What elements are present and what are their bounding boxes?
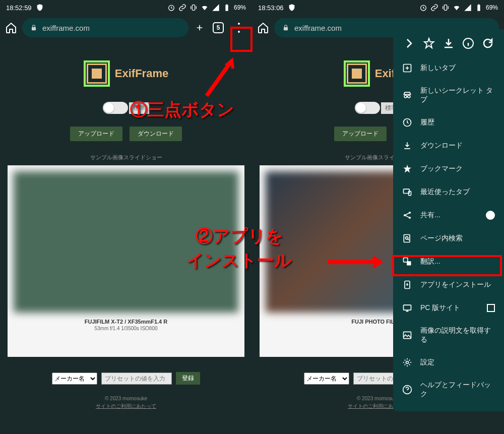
battery-icon bbox=[223, 4, 231, 12]
app-logo-icon bbox=[87, 64, 107, 84]
svg-rect-23 bbox=[407, 261, 411, 265]
slideshow-label: サンプル画像スライドショー bbox=[90, 154, 162, 161]
help-icon bbox=[402, 385, 412, 395]
search-page-icon bbox=[402, 233, 412, 243]
maker-select[interactable]: メーカー名 bbox=[304, 373, 349, 385]
three-dot-menu-button[interactable] bbox=[233, 22, 245, 34]
sample-photo-image bbox=[14, 171, 238, 313]
plus-box-icon bbox=[402, 63, 412, 73]
url-text: exifframe.com bbox=[294, 24, 342, 32]
maker-select[interactable]: メーカー名 bbox=[52, 373, 97, 385]
menu-downloads[interactable]: ダウンロード bbox=[393, 134, 504, 157]
sample-photo-frame: FUJIFILM X-T2 / XF35mmF1.4 R 53mm f/1.4 … bbox=[8, 165, 244, 357]
left-screenshot: 18:52:59 69% exifframe.com 5 bbox=[0, 0, 252, 434]
browser-menu-panel: 新しいタブ 新しいシークレット タブ 履歴 ダウンロード ブックマーク 最近使っ… bbox=[393, 29, 504, 411]
wifi-icon bbox=[201, 4, 209, 12]
menu-bookmarks[interactable]: ブックマーク bbox=[393, 157, 504, 180]
signal-icon bbox=[212, 4, 220, 12]
menu-history[interactable]: 履歴 bbox=[393, 111, 504, 134]
incognito-icon bbox=[402, 90, 412, 100]
svg-rect-25 bbox=[404, 305, 411, 310]
download-icon[interactable] bbox=[443, 37, 455, 49]
svg-rect-2 bbox=[225, 5, 228, 11]
svg-point-13 bbox=[408, 95, 410, 98]
alarm-icon bbox=[167, 4, 175, 12]
menu-install-app[interactable]: アプリをインストール bbox=[393, 273, 504, 296]
gear-icon bbox=[402, 357, 412, 367]
wifi-icon bbox=[453, 4, 461, 12]
toggle-switch[interactable] bbox=[355, 102, 380, 114]
share-icon bbox=[402, 210, 412, 220]
home-icon[interactable] bbox=[257, 22, 269, 34]
forward-icon[interactable] bbox=[403, 37, 415, 49]
vibrate-icon bbox=[190, 4, 198, 12]
svg-rect-8 bbox=[478, 4, 480, 5]
preset-input[interactable] bbox=[101, 373, 172, 385]
menu-image-desc[interactable]: 画像の説明文を取得する bbox=[393, 320, 504, 351]
url-field[interactable]: exifframe.com bbox=[22, 18, 188, 37]
toggle-switch[interactable] bbox=[103, 102, 128, 114]
svg-rect-9 bbox=[284, 27, 288, 30]
home-icon[interactable] bbox=[5, 22, 17, 34]
app-name: ExifFrame bbox=[115, 67, 168, 80]
url-bar: exifframe.com 5 bbox=[0, 15, 252, 40]
menu-find[interactable]: ページ内検索 bbox=[393, 227, 504, 250]
upload-button[interactable]: アップロード bbox=[70, 127, 122, 141]
menu-settings[interactable]: 設定 bbox=[393, 351, 504, 374]
footer-link[interactable]: サイトのご利用にあたって bbox=[96, 403, 156, 409]
upload-button[interactable]: アップロード bbox=[334, 127, 387, 141]
battery-icon bbox=[475, 4, 483, 12]
battery-percent: 69% bbox=[234, 4, 246, 11]
history-icon bbox=[402, 117, 412, 128]
new-tab-plus-icon[interactable] bbox=[196, 24, 204, 32]
svg-rect-1 bbox=[192, 5, 195, 11]
link-icon bbox=[430, 4, 438, 12]
menu-recent-tabs[interactable]: 最近使ったタブ bbox=[393, 180, 504, 204]
info-icon[interactable] bbox=[462, 37, 474, 49]
signal-icon bbox=[464, 4, 472, 12]
desktop-icon bbox=[402, 303, 412, 313]
right-screenshot: 18:53:06 69% exifframe.com 新しいタブ bbox=[252, 0, 504, 434]
clock-time: 18:52:59 bbox=[6, 4, 32, 12]
svg-point-12 bbox=[404, 95, 407, 98]
photo-meta-settings: 53mm f/1.4 1/3500s ISO800 bbox=[14, 326, 238, 331]
menu-desktop-site[interactable]: PC 版サイト bbox=[393, 296, 504, 320]
battery-percent: 69% bbox=[486, 4, 498, 11]
tab-switcher[interactable]: 5 bbox=[213, 22, 224, 33]
shield-icon bbox=[36, 4, 44, 12]
install-icon bbox=[402, 280, 412, 290]
menu-share[interactable]: 共有... bbox=[393, 204, 504, 227]
refresh-icon[interactable] bbox=[482, 37, 494, 49]
link-icon bbox=[178, 4, 186, 12]
star-icon[interactable] bbox=[423, 37, 435, 49]
checkbox-icon[interactable] bbox=[487, 304, 495, 312]
lock-icon bbox=[282, 24, 289, 31]
menu-translate[interactable]: 翻訳... bbox=[393, 250, 504, 273]
alarm-icon bbox=[419, 4, 427, 12]
lock-icon bbox=[30, 24, 37, 31]
toggle-label: 標準 bbox=[129, 102, 149, 114]
status-bar: 18:52:59 69% bbox=[0, 0, 252, 15]
download-arrow-icon bbox=[402, 141, 412, 151]
image-icon bbox=[402, 330, 412, 340]
shield-icon bbox=[288, 4, 296, 12]
star-fill-icon bbox=[402, 164, 412, 174]
menu-incognito[interactable]: 新しいシークレット タブ bbox=[393, 80, 504, 111]
app-logo-icon bbox=[347, 64, 367, 84]
svg-rect-20 bbox=[404, 235, 410, 242]
page-content: ExifFrame 標準 アップロード ダウンロード サンプル画像スライドショー… bbox=[0, 40, 252, 410]
photo-meta-camera: FUJIFILM X-T2 / XF35mmF1.4 R bbox=[14, 319, 238, 325]
menu-help[interactable]: ヘルプとフィードバック bbox=[393, 374, 504, 405]
vibrate-icon bbox=[442, 4, 450, 12]
register-button[interactable]: 登録 bbox=[176, 372, 200, 385]
svg-rect-3 bbox=[226, 4, 228, 5]
preset-row: メーカー名 登録 bbox=[52, 372, 200, 385]
devices-icon bbox=[402, 187, 412, 197]
menu-new-tab[interactable]: 新しいタブ bbox=[393, 56, 504, 80]
toggle-row: 標準 bbox=[103, 102, 149, 114]
svg-rect-7 bbox=[477, 5, 480, 11]
download-button[interactable]: ダウンロード bbox=[130, 127, 182, 141]
share-badge-icon bbox=[486, 211, 495, 220]
clock-time: 18:53:06 bbox=[258, 4, 284, 12]
svg-rect-6 bbox=[444, 5, 447, 11]
